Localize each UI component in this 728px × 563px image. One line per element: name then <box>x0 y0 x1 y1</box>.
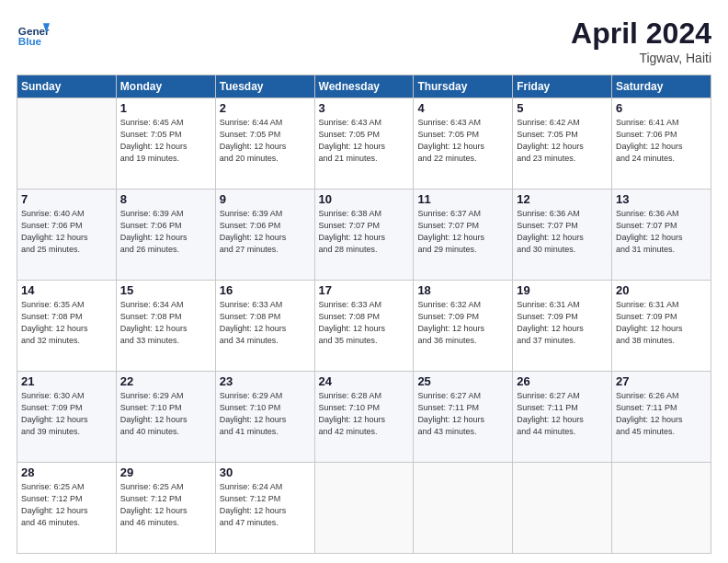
day-info: Sunrise: 6:42 AM Sunset: 7:05 PM Dayligh… <box>517 117 608 165</box>
day-info: Sunrise: 6:35 AM Sunset: 7:08 PM Dayligh… <box>21 299 112 347</box>
day-info: Sunrise: 6:25 AM Sunset: 7:12 PM Dayligh… <box>21 481 112 529</box>
day-number: 11 <box>417 192 508 206</box>
calendar-cell: 20Sunrise: 6:31 AM Sunset: 7:09 PM Dayli… <box>612 281 711 372</box>
calendar-cell: 26Sunrise: 6:27 AM Sunset: 7:11 PM Dayli… <box>513 372 612 463</box>
calendar-cell: 6Sunrise: 6:41 AM Sunset: 7:06 PM Daylig… <box>612 98 711 190</box>
calendar-cell: 22Sunrise: 6:29 AM Sunset: 7:10 PM Dayli… <box>116 372 215 463</box>
calendar-cell: 27Sunrise: 6:26 AM Sunset: 7:11 PM Dayli… <box>612 372 711 463</box>
calendar-week-4: 21Sunrise: 6:30 AM Sunset: 7:09 PM Dayli… <box>17 372 711 463</box>
calendar-cell: 15Sunrise: 6:34 AM Sunset: 7:08 PM Dayli… <box>116 281 215 372</box>
calendar-cell: 5Sunrise: 6:42 AM Sunset: 7:05 PM Daylig… <box>513 98 612 190</box>
col-saturday: Saturday <box>612 75 711 98</box>
day-info: Sunrise: 6:36 AM Sunset: 7:07 PM Dayligh… <box>616 208 707 256</box>
day-number: 8 <box>120 192 211 206</box>
day-number: 22 <box>120 374 211 388</box>
day-info: Sunrise: 6:34 AM Sunset: 7:08 PM Dayligh… <box>120 299 211 347</box>
calendar-cell: 2Sunrise: 6:44 AM Sunset: 7:05 PM Daylig… <box>215 98 314 190</box>
calendar-week-5: 28Sunrise: 6:25 AM Sunset: 7:12 PM Dayli… <box>17 463 711 554</box>
calendar-cell: 16Sunrise: 6:33 AM Sunset: 7:08 PM Dayli… <box>215 281 314 372</box>
day-info: Sunrise: 6:31 AM Sunset: 7:09 PM Dayligh… <box>517 299 608 347</box>
calendar-cell <box>612 463 711 554</box>
day-number: 16 <box>220 283 311 297</box>
calendar-cell: 10Sunrise: 6:38 AM Sunset: 7:07 PM Dayli… <box>314 190 414 281</box>
day-number: 13 <box>616 192 707 206</box>
day-info: Sunrise: 6:27 AM Sunset: 7:11 PM Dayligh… <box>517 390 608 438</box>
day-info: Sunrise: 6:37 AM Sunset: 7:07 PM Dayligh… <box>417 208 508 256</box>
day-number: 28 <box>21 465 112 479</box>
day-number: 29 <box>120 465 211 479</box>
day-info: Sunrise: 6:32 AM Sunset: 7:09 PM Dayligh… <box>417 299 508 347</box>
calendar-week-1: 1Sunrise: 6:45 AM Sunset: 7:05 PM Daylig… <box>17 98 711 190</box>
page: General Blue April 2024 Tigwav, Haiti Su… <box>0 0 728 563</box>
calendar-cell: 23Sunrise: 6:29 AM Sunset: 7:10 PM Dayli… <box>215 372 314 463</box>
calendar-cell: 21Sunrise: 6:30 AM Sunset: 7:09 PM Dayli… <box>17 372 117 463</box>
calendar-cell: 12Sunrise: 6:36 AM Sunset: 7:07 PM Dayli… <box>513 190 612 281</box>
day-number: 30 <box>220 465 311 479</box>
calendar-cell <box>17 98 117 190</box>
day-number: 12 <box>517 192 608 206</box>
calendar-week-2: 7Sunrise: 6:40 AM Sunset: 7:06 PM Daylig… <box>17 190 711 281</box>
day-info: Sunrise: 6:38 AM Sunset: 7:07 PM Dayligh… <box>319 208 410 256</box>
day-number: 21 <box>21 374 112 388</box>
day-info: Sunrise: 6:26 AM Sunset: 7:11 PM Dayligh… <box>616 390 707 438</box>
day-info: Sunrise: 6:39 AM Sunset: 7:06 PM Dayligh… <box>220 208 311 256</box>
day-number: 23 <box>220 374 311 388</box>
day-info: Sunrise: 6:45 AM Sunset: 7:05 PM Dayligh… <box>120 117 211 165</box>
calendar-cell: 9Sunrise: 6:39 AM Sunset: 7:06 PM Daylig… <box>215 190 314 281</box>
calendar-cell <box>314 463 414 554</box>
calendar-cell: 4Sunrise: 6:43 AM Sunset: 7:05 PM Daylig… <box>414 98 513 190</box>
calendar-cell: 14Sunrise: 6:35 AM Sunset: 7:08 PM Dayli… <box>17 281 117 372</box>
calendar-cell: 29Sunrise: 6:25 AM Sunset: 7:12 PM Dayli… <box>116 463 215 554</box>
calendar-cell: 8Sunrise: 6:39 AM Sunset: 7:06 PM Daylig… <box>116 190 215 281</box>
day-number: 15 <box>120 283 211 297</box>
calendar-cell: 30Sunrise: 6:24 AM Sunset: 7:12 PM Dayli… <box>215 463 314 554</box>
header: General Blue April 2024 Tigwav, Haiti <box>17 17 711 65</box>
logo-icon: General Blue <box>17 17 50 50</box>
day-number: 7 <box>21 192 112 206</box>
day-info: Sunrise: 6:25 AM Sunset: 7:12 PM Dayligh… <box>120 481 211 529</box>
col-wednesday: Wednesday <box>314 75 414 98</box>
day-info: Sunrise: 6:44 AM Sunset: 7:05 PM Dayligh… <box>220 117 311 165</box>
calendar-cell: 18Sunrise: 6:32 AM Sunset: 7:09 PM Dayli… <box>414 281 513 372</box>
day-info: Sunrise: 6:33 AM Sunset: 7:08 PM Dayligh… <box>319 299 410 347</box>
day-info: Sunrise: 6:40 AM Sunset: 7:06 PM Dayligh… <box>21 208 112 256</box>
day-number: 18 <box>417 283 508 297</box>
day-number: 17 <box>319 283 410 297</box>
day-info: Sunrise: 6:39 AM Sunset: 7:06 PM Dayligh… <box>120 208 211 256</box>
calendar-week-3: 14Sunrise: 6:35 AM Sunset: 7:08 PM Dayli… <box>17 281 711 372</box>
day-number: 6 <box>616 101 707 115</box>
day-number: 10 <box>319 192 410 206</box>
day-info: Sunrise: 6:27 AM Sunset: 7:11 PM Dayligh… <box>417 390 508 438</box>
title-block: April 2024 Tigwav, Haiti <box>571 17 711 65</box>
svg-text:Blue: Blue <box>18 35 42 47</box>
calendar-cell <box>513 463 612 554</box>
calendar-cell: 19Sunrise: 6:31 AM Sunset: 7:09 PM Dayli… <box>513 281 612 372</box>
day-info: Sunrise: 6:36 AM Sunset: 7:07 PM Dayligh… <box>517 208 608 256</box>
day-number: 20 <box>616 283 707 297</box>
calendar-cell <box>414 463 513 554</box>
day-info: Sunrise: 6:29 AM Sunset: 7:10 PM Dayligh… <box>220 390 311 438</box>
logo: General Blue <box>17 17 50 50</box>
day-info: Sunrise: 6:31 AM Sunset: 7:09 PM Dayligh… <box>616 299 707 347</box>
calendar-cell: 17Sunrise: 6:33 AM Sunset: 7:08 PM Dayli… <box>314 281 414 372</box>
day-info: Sunrise: 6:30 AM Sunset: 7:09 PM Dayligh… <box>21 390 112 438</box>
day-number: 26 <box>517 374 608 388</box>
day-number: 14 <box>21 283 112 297</box>
col-sunday: Sunday <box>17 75 117 98</box>
day-number: 5 <box>517 101 608 115</box>
col-monday: Monday <box>116 75 215 98</box>
day-number: 2 <box>220 101 311 115</box>
calendar-cell: 3Sunrise: 6:43 AM Sunset: 7:05 PM Daylig… <box>314 98 414 190</box>
day-info: Sunrise: 6:33 AM Sunset: 7:08 PM Dayligh… <box>220 299 311 347</box>
calendar-cell: 24Sunrise: 6:28 AM Sunset: 7:10 PM Dayli… <box>314 372 414 463</box>
calendar-cell: 25Sunrise: 6:27 AM Sunset: 7:11 PM Dayli… <box>414 372 513 463</box>
calendar-cell: 1Sunrise: 6:45 AM Sunset: 7:05 PM Daylig… <box>116 98 215 190</box>
calendar-cell: 28Sunrise: 6:25 AM Sunset: 7:12 PM Dayli… <box>17 463 117 554</box>
col-thursday: Thursday <box>414 75 513 98</box>
location: Tigwav, Haiti <box>571 51 711 65</box>
day-info: Sunrise: 6:41 AM Sunset: 7:06 PM Dayligh… <box>616 117 707 165</box>
day-number: 27 <box>616 374 707 388</box>
calendar-cell: 13Sunrise: 6:36 AM Sunset: 7:07 PM Dayli… <box>612 190 711 281</box>
day-number: 9 <box>220 192 311 206</box>
month-title: April 2024 <box>571 17 711 51</box>
